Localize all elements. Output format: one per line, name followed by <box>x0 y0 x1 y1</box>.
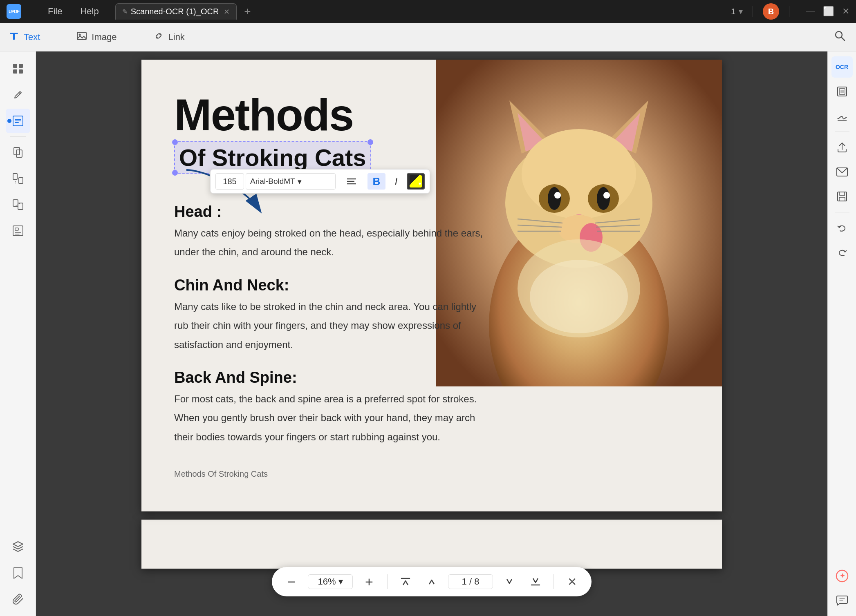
selection-handle-tr <box>367 139 373 145</box>
sidebar-annotate[interactable] <box>6 109 30 133</box>
search-button[interactable] <box>833 29 846 45</box>
toolbar-image[interactable]: Image <box>68 27 125 47</box>
title-divider <box>33 6 33 17</box>
pdf-header: Methods <box>174 92 689 137</box>
ocr-label: OCR <box>836 64 848 70</box>
page-to-bottom-button[interactable] <box>526 572 545 591</box>
minimize-button[interactable]: — <box>806 6 815 17</box>
bottom-toolbar: − 16% ▾ + 1 / 8 <box>272 567 592 596</box>
right-chat-button[interactable] <box>831 590 853 611</box>
main-layout: 185 Arial-BoldMT ▾ B I <box>0 51 856 616</box>
section3-text1: For most cats, the back and spine area i… <box>174 391 689 407</box>
font-family-selector[interactable]: Arial-BoldMT ▾ <box>246 173 336 190</box>
right-redo-button[interactable] <box>831 242 853 263</box>
svg-rect-8 <box>13 69 17 74</box>
maximize-button[interactable]: ⬜ <box>823 6 834 17</box>
sidebar-convert[interactable] <box>6 192 30 217</box>
sidebar-organize[interactable] <box>6 166 30 191</box>
page-current: 1 <box>731 7 735 16</box>
sidebar-edit[interactable] <box>6 83 30 107</box>
selection-handle-tl <box>172 139 178 145</box>
svg-rect-20 <box>13 200 18 206</box>
align-button[interactable] <box>343 173 361 190</box>
svg-rect-66 <box>840 192 845 196</box>
tab-bar: ✎ Scanned-OCR (1)_OCR ✕ + <box>115 3 726 20</box>
sidebar-pages[interactable] <box>6 140 30 165</box>
toolbar-link[interactable]: Link <box>145 27 193 47</box>
image-tool-label: Image <box>92 32 117 42</box>
sidebar-thumbnails[interactable] <box>6 56 30 81</box>
menu-file[interactable]: File <box>41 4 69 19</box>
section3-text3: their bodies towards your fingers or sta… <box>174 429 689 445</box>
right-divider-2 <box>835 212 849 212</box>
page-info-display: 1 / 8 <box>448 574 493 589</box>
window-controls: — ⬜ ✕ <box>806 6 849 17</box>
content-area[interactable]: 185 Arial-BoldMT ▾ B I <box>36 51 827 616</box>
toolbar-right <box>833 29 846 45</box>
right-undo-button[interactable] <box>831 217 853 239</box>
close-button[interactable]: ✕ <box>842 6 849 17</box>
user-avatar[interactable]: B <box>763 3 779 20</box>
sidebar-attachment[interactable] <box>6 587 30 611</box>
tab-title: Scanned-OCR (1)_OCR <box>131 7 219 16</box>
app-logo[interactable]: UPDF <box>7 4 21 19</box>
page-nav-arrow[interactable]: ▾ <box>739 7 743 16</box>
zoom-dropdown-arrow: ▾ <box>338 576 343 587</box>
svg-rect-7 <box>19 64 23 68</box>
svg-rect-67 <box>839 197 845 201</box>
text-tool-icon <box>8 30 20 44</box>
section3-text2: When you gently brush over their back wi… <box>174 410 689 426</box>
zoom-level-display[interactable]: 16% ▾ <box>308 574 353 589</box>
svg-line-5 <box>841 37 845 40</box>
selection-handle-bl <box>172 170 178 176</box>
font-size-input[interactable]: 185 <box>215 173 244 190</box>
menu-help[interactable]: Help <box>74 4 105 19</box>
svg-rect-24 <box>15 228 18 230</box>
section2-title: Chin And Neck: <box>174 277 689 294</box>
close-toolbar-button[interactable]: ✕ <box>562 572 582 591</box>
sidebar-bottom <box>6 534 30 611</box>
zoom-value: 16% <box>318 576 336 587</box>
add-tab-button[interactable]: + <box>240 4 255 19</box>
page-to-top-button[interactable] <box>396 572 415 591</box>
zoom-in-button[interactable]: + <box>359 572 379 591</box>
pdf-content: Methods Of Stroking Cats Head : Many cat… <box>141 60 722 511</box>
right-scan-button[interactable] <box>831 81 853 102</box>
section2-text2: rub their chin with your fingers, and th… <box>174 318 689 333</box>
avatar-divider <box>789 6 789 17</box>
page-up-button[interactable] <box>422 572 441 591</box>
text-tool-label: Text <box>24 32 40 42</box>
svg-rect-21 <box>18 203 23 210</box>
right-upload-button[interactable] <box>831 137 853 158</box>
right-sidebar: OCR <box>827 51 856 616</box>
italic-button[interactable]: I <box>387 173 405 190</box>
link-tool-label: Link <box>168 32 185 42</box>
sidebar-layers[interactable] <box>6 534 30 559</box>
sidebar-forms[interactable] <box>6 219 30 243</box>
titlebar: UPDF File Help ✎ Scanned-OCR (1)_OCR ✕ +… <box>0 0 856 23</box>
tab-current[interactable]: ✎ Scanned-OCR (1)_OCR ✕ <box>115 3 237 20</box>
svg-point-3 <box>79 33 81 36</box>
font-family-arrow: ▾ <box>298 177 302 186</box>
right-mail-button[interactable] <box>831 161 853 183</box>
page-down-button[interactable] <box>500 572 519 591</box>
sidebar-bookmark[interactable] <box>6 560 30 585</box>
zoom-out-button[interactable]: − <box>282 572 301 591</box>
section3-title: Back And Spine: <box>174 369 689 386</box>
right-ocr-button[interactable]: OCR <box>831 56 853 78</box>
bold-button[interactable]: B <box>367 173 385 190</box>
right-ai-button[interactable]: ✦ <box>831 565 853 587</box>
section1-text2: under the chin, and around the neck. <box>174 244 689 260</box>
color-picker-button[interactable]: ▾ <box>407 173 425 190</box>
logo-icon: UPDF <box>7 4 21 19</box>
svg-rect-2 <box>77 32 86 40</box>
right-sign-button[interactable] <box>831 105 853 127</box>
image-tool-icon <box>76 30 87 44</box>
toolbar-divider-1 <box>339 175 339 187</box>
svg-rect-6 <box>13 64 17 68</box>
toolbar-text[interactable]: Text <box>0 27 48 47</box>
svg-rect-18 <box>19 178 23 183</box>
right-save-button[interactable] <box>831 186 853 207</box>
tab-close-button[interactable]: ✕ <box>224 7 230 16</box>
section1-title: Head : <box>174 203 689 221</box>
